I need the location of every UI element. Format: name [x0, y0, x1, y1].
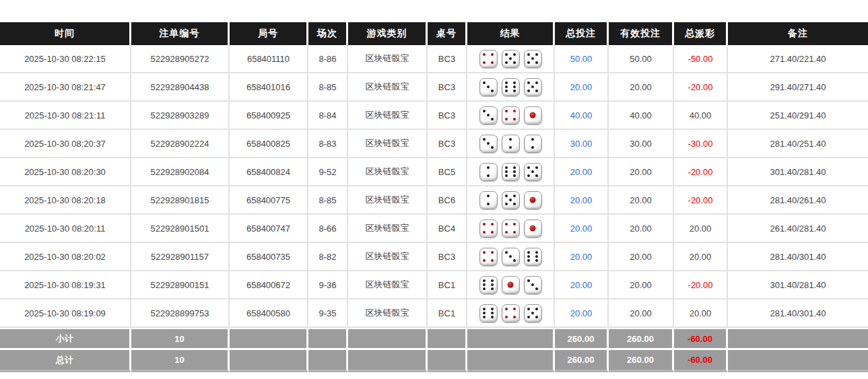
die-5	[524, 163, 542, 181]
cell-game-type: 区块链骰宝	[348, 45, 428, 73]
cell-session: 8-85	[308, 186, 348, 215]
cell-session: 9-36	[308, 271, 348, 300]
die-4	[479, 50, 498, 68]
cell-table-no: BC3	[428, 243, 467, 271]
cell-valid-bet: 20.00	[609, 186, 674, 215]
footer-count: 10	[131, 350, 230, 372]
footer-empty-table	[428, 328, 467, 350]
table-body: 2025-10-30 08:22:15522928905272658401110…	[0, 45, 868, 328]
die-1	[502, 276, 520, 294]
footer-remark	[728, 328, 868, 350]
cell-round-id: 658400775	[230, 186, 308, 215]
cell-table-no: BC1	[428, 271, 467, 300]
cell-session: 9-35	[308, 300, 348, 328]
table-row: 2025-10-30 08:20:11522928901501658400747…	[0, 215, 868, 243]
footer-empty-round	[230, 350, 308, 372]
die-3	[502, 248, 520, 266]
cell-time: 2025-10-30 08:20:11	[0, 215, 131, 243]
die-5	[502, 50, 520, 68]
table-header: 时间注单编号局号场次游戏类别桌号结果总投注有效投注总派彩备注	[0, 22, 868, 45]
cell-bet-id: 522928904438	[131, 73, 230, 102]
footer-label: 小计	[0, 328, 131, 350]
column-header-result: 结果	[467, 22, 555, 45]
column-header-round_id: 局号	[230, 22, 308, 45]
cell-result-dice	[467, 130, 555, 158]
cell-table-no: BC5	[428, 158, 467, 186]
die-1	[524, 219, 542, 238]
header-row: 时间注单编号局号场次游戏类别桌号结果总投注有效投注总派彩备注	[0, 22, 868, 45]
table-row: 2025-10-30 08:21:11522928903289658400925…	[0, 102, 868, 130]
cell-bet-id: 522928902224	[131, 130, 230, 158]
column-header-table_no: 桌号	[428, 22, 467, 45]
bet-records-page: 时间注单编号局号场次游戏类别桌号结果总投注有效投注总派彩备注 2025-10-3…	[0, 0, 868, 379]
footer-valid-bet: 260.00	[609, 350, 674, 372]
cell-total-payout: -20.00	[674, 186, 728, 215]
die-4	[502, 106, 520, 125]
die-2	[479, 191, 498, 209]
cell-time: 2025-10-30 08:20:30	[0, 158, 131, 186]
cell-total-bet[interactable]: 40.00	[555, 102, 609, 130]
cell-time: 2025-10-30 08:20:37	[0, 130, 131, 158]
cell-result-dice	[467, 158, 555, 186]
cell-total-bet[interactable]: 20.00	[555, 158, 609, 186]
cell-game-type: 区块链骰宝	[348, 186, 428, 215]
cell-session: 8-82	[308, 243, 348, 271]
die-5	[502, 191, 520, 209]
cell-remark: 301.40/281.40	[728, 271, 868, 300]
cell-bet-id: 522928899753	[131, 300, 230, 328]
table-row: 2025-10-30 08:21:47522928904438658401016…	[0, 73, 868, 102]
cell-total-payout: -50.00	[674, 45, 728, 73]
cell-result-dice	[467, 215, 555, 243]
cell-total-bet[interactable]: 20.00	[555, 215, 609, 243]
cell-game-type: 区块链骰宝	[348, 73, 428, 102]
cell-total-bet[interactable]: 20.00	[555, 73, 609, 102]
cell-total-payout: 20.00	[674, 300, 728, 328]
cell-total-bet[interactable]: 50.00	[555, 45, 609, 73]
cell-table-no: BC4	[428, 215, 467, 243]
cell-bet-id: 522928901501	[131, 215, 230, 243]
column-header-valid_bet: 有效投注	[609, 22, 674, 45]
cell-total-bet[interactable]: 20.00	[555, 271, 609, 300]
cell-total-bet[interactable]: 20.00	[555, 300, 609, 328]
die-1	[524, 191, 542, 209]
cell-total-payout: -20.00	[674, 158, 728, 186]
column-header-remark: 备注	[728, 22, 868, 45]
footer-label: 总计	[0, 350, 131, 372]
cell-game-type: 区块链骰宝	[348, 215, 428, 243]
cell-game-type: 区块链骰宝	[348, 102, 428, 130]
cell-bet-id: 522928905272	[131, 45, 230, 73]
cell-valid-bet: 20.00	[609, 271, 674, 300]
cell-total-payout: -30.00	[674, 130, 728, 158]
cell-round-id: 658400925	[230, 102, 308, 130]
cell-valid-bet: 20.00	[609, 73, 674, 102]
cell-table-no: BC6	[428, 186, 467, 215]
cell-table-no: BC3	[428, 73, 467, 102]
die-5	[524, 304, 542, 322]
footer-total-bet: 260.00	[555, 350, 609, 372]
cell-total-bet[interactable]: 20.00	[555, 243, 609, 271]
footer-empty-game	[348, 350, 428, 372]
cell-result-dice	[467, 102, 555, 130]
table-row: 2025-10-30 08:19:31522928900151658400672…	[0, 271, 868, 300]
table-row: 2025-10-30 08:20:18522928901815658400775…	[0, 186, 868, 215]
cell-valid-bet: 20.00	[609, 243, 674, 271]
footer-empty-round	[230, 328, 308, 350]
die-6	[479, 304, 498, 322]
cell-game-type: 区块链骰宝	[348, 271, 428, 300]
cell-bet-id: 522928901815	[131, 186, 230, 215]
cell-result-dice	[467, 45, 555, 73]
cell-total-bet[interactable]: 20.00	[555, 186, 609, 215]
cell-total-bet[interactable]: 30.00	[555, 130, 609, 158]
cell-game-type: 区块链骰宝	[348, 158, 428, 186]
cell-total-payout: -20.00	[674, 73, 728, 102]
cell-bet-id: 522928900151	[131, 271, 230, 300]
cell-remark: 261.40/281.40	[728, 215, 868, 243]
die-4	[502, 304, 520, 322]
die-5	[524, 50, 542, 68]
cell-session: 8-84	[308, 102, 348, 130]
footer-count: 10	[131, 328, 230, 350]
cell-table-no: BC3	[428, 130, 467, 158]
footer-total-bet: 260.00	[555, 328, 609, 350]
cell-bet-id: 522928901157	[131, 243, 230, 271]
footer-empty-session	[308, 350, 348, 372]
